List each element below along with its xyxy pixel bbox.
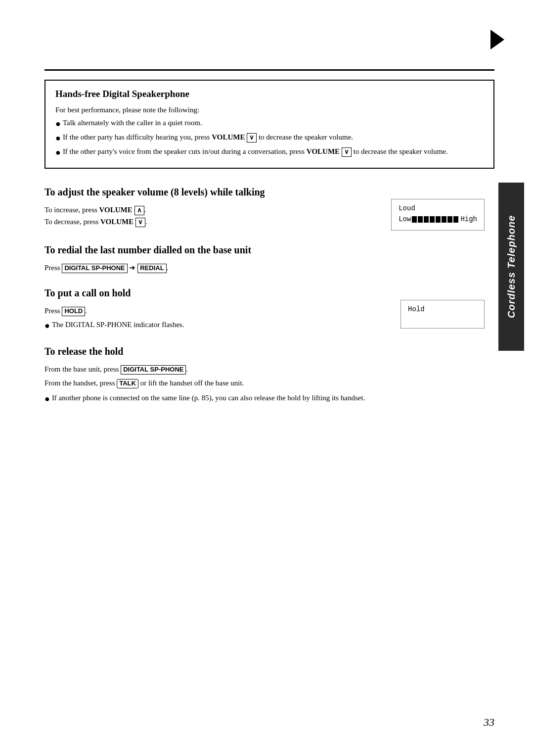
digital-sp-phone-btn-2: DIGITAL SP-PHONE (121, 365, 186, 375)
main-content: To adjust the speaker volume (8 levels) … (44, 183, 494, 419)
release-line1: From the base unit, press DIGITAL SP-PHO… (44, 363, 485, 375)
redial-section: To redial the last number dialled on the… (44, 244, 485, 274)
hold-diagram-box: Hold (400, 300, 485, 329)
sidebar: Cordless Telephone (498, 183, 524, 351)
redial-press-text: Press (44, 264, 62, 272)
redial-heading: To redial the last number dialled on the… (44, 244, 485, 256)
volume-bold-2: VOLUME (307, 147, 340, 155)
hold-bullet: ● The DIGITAL SP-PHONE indicator flashes… (44, 320, 386, 332)
diagram-loud-label: Loud (399, 204, 477, 212)
hands-free-intro: For best performance, please note the fo… (55, 104, 484, 116)
release-bullet: ● If another phone is connected on the s… (44, 393, 485, 405)
hold-section: To put a call on hold Hold Press HOLD. ●… (44, 287, 485, 332)
bar-seg-3 (424, 216, 429, 223)
hold-period: . (85, 307, 87, 315)
volume-key-increase: VOLUME (99, 206, 133, 214)
volume-down-btn: ∨ (135, 218, 145, 227)
bar-seg-5 (436, 216, 441, 223)
bar-segments (412, 216, 458, 223)
bar-seg-4 (430, 216, 435, 223)
release-body: From the base unit, press DIGITAL SP-PHO… (44, 363, 485, 405)
bullet-item-1: ● Talk alternately with the caller in a … (55, 118, 484, 130)
content-with-sidebar: To adjust the speaker volume (8 levels) … (44, 183, 494, 419)
redial-btn: REDIAL (137, 264, 166, 273)
adjust-speaker-section: To adjust the speaker volume (8 levels) … (44, 187, 485, 231)
volume-down-btn-1: ∨ (247, 133, 257, 142)
adjust-speaker-heading: To adjust the speaker volume (8 levels) … (44, 187, 485, 198)
hands-free-box: Hands-free Digital Speakerphone For best… (44, 80, 494, 169)
bullet-dot-1: ● (55, 118, 61, 130)
bullet-text-2: If the other party has difficulty hearin… (63, 132, 484, 143)
page: Hands-free Digital Speakerphone For best… (0, 0, 534, 756)
volume-down-btn-2: ∨ (342, 147, 352, 157)
redial-body: Press DIGITAL SP-PHONE ➜ REDIAL. (44, 262, 485, 274)
arrow-icon (490, 30, 504, 49)
volume-bold-1: VOLUME (212, 133, 245, 141)
release-bullet-text: If another phone is connected on the sam… (52, 393, 485, 404)
hands-free-title: Hands-free Digital Speakerphone (55, 89, 484, 99)
digital-sp-phone-btn: DIGITAL SP-PHONE (62, 264, 127, 273)
bar-seg-7 (447, 216, 452, 223)
bar-label-high: High (460, 215, 477, 223)
bar-seg-8 (453, 216, 458, 223)
bullet-dot-2: ● (55, 132, 61, 144)
bullet-text-3: If the other party's voice from the spea… (63, 146, 484, 157)
bar-label-low: Low (399, 215, 411, 223)
release-line2: From the handset, press TALK or lift the… (44, 377, 485, 389)
bullet-text-1: Talk alternately with the caller in a qu… (63, 118, 484, 129)
bullet-item-3: ● If the other party's voice from the sp… (55, 146, 484, 159)
hold-heading: To put a call on hold (44, 287, 485, 299)
diagram-bar-row: Low High (399, 215, 477, 223)
redial-period: . (167, 264, 169, 272)
volume-diagram-box: Loud Low High (391, 199, 485, 231)
hands-free-body: For best performance, please note the fo… (55, 104, 484, 159)
bullet-dot-3: ● (55, 146, 61, 159)
bar-seg-6 (442, 216, 446, 223)
redial-arrow: ➜ (129, 264, 135, 272)
release-bullet-dot: ● (44, 393, 50, 405)
page-number: 33 (484, 716, 494, 729)
release-heading: To release the hold (44, 346, 485, 357)
sidebar-text: Cordless Telephone (506, 215, 517, 318)
hold-bullet-dot: ● (44, 320, 50, 332)
volume-key-decrease: VOLUME (100, 218, 134, 226)
talk-btn: TALK (117, 379, 138, 388)
volume-up-btn: ∧ (134, 206, 144, 215)
bar-seg-2 (418, 216, 423, 223)
hold-diagram-label: Hold (408, 305, 477, 313)
bullet-item-2: ● If the other party has difficulty hear… (55, 132, 484, 144)
hold-btn: HOLD (62, 307, 85, 316)
bar-seg-1 (412, 216, 417, 223)
release-section: To release the hold From the base unit, … (44, 346, 485, 405)
top-rule (44, 69, 494, 71)
hold-bullet-text: The DIGITAL SP-PHONE indicator flashes. (52, 320, 386, 331)
